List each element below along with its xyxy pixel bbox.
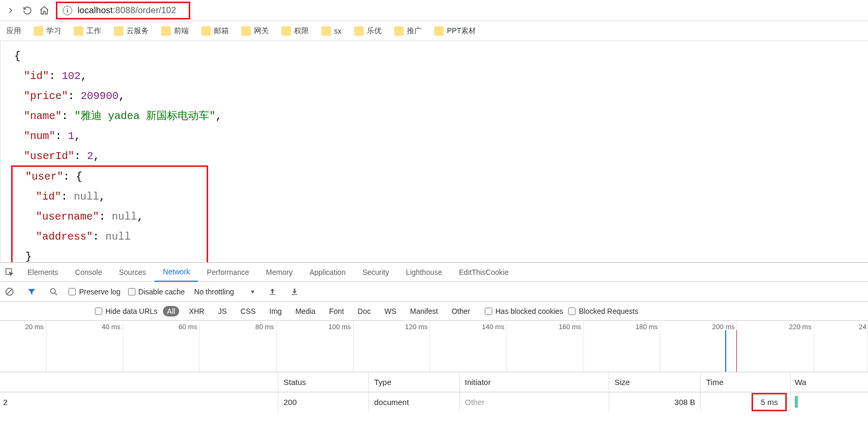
tab-memory[interactable]: Memory — [258, 263, 301, 282]
filter-css[interactable]: CSS — [236, 306, 260, 317]
folder-icon — [321, 26, 331, 36]
tab-network[interactable]: Network — [154, 263, 198, 282]
bookmark-item[interactable]: 工作 — [69, 24, 106, 38]
svg-line-4 — [55, 293, 57, 295]
download-icon[interactable] — [287, 284, 302, 299]
network-filters: Hide data URLs All XHR JS CSS Img Media … — [0, 302, 868, 321]
tab-performance[interactable]: Performance — [198, 263, 257, 282]
url-text: localhost:8088/order/102 — [77, 5, 176, 16]
folder-icon — [241, 26, 251, 36]
folder-icon — [34, 26, 43, 36]
folder-icon — [354, 26, 364, 36]
browser-toolbar: i localhost:8088/order/102 — [0, 0, 868, 21]
inspect-element-icon[interactable] — [0, 263, 19, 282]
tab-lighthouse[interactable]: Lighthouse — [397, 263, 451, 282]
svg-line-2 — [7, 289, 13, 294]
folder-icon — [201, 26, 211, 36]
table-header: Status Type Initiator Size Time Wa — [0, 372, 868, 392]
bookmark-item[interactable]: 学习 — [28, 24, 66, 38]
row-time: 5 ms — [701, 392, 791, 411]
bookmarks-bar: 应用 学习 工作 云服务 前端 邮箱 网关 权限 sx 乐优 推广 PPT素材 — [0, 21, 868, 41]
bookmark-apps[interactable]: 应用 — [1, 24, 26, 38]
folder-icon — [114, 26, 123, 36]
col-initiator-header[interactable]: Initiator — [460, 372, 609, 392]
tab-editthiscookie[interactable]: EditThisCookie — [451, 263, 517, 282]
col-type-header[interactable]: Type — [369, 372, 460, 392]
filter-media[interactable]: Media — [291, 306, 319, 317]
home-button[interactable] — [36, 2, 53, 19]
svg-rect-5 — [270, 294, 276, 294]
col-status-header[interactable]: Status — [278, 372, 369, 392]
stop-recording-icon[interactable] — [2, 284, 17, 299]
bookmark-item[interactable]: 权限 — [276, 24, 314, 38]
col-waterfall-header[interactable]: Wa — [791, 372, 806, 392]
folder-icon — [434, 26, 444, 36]
highlighted-user-object: user: { id: null, username: null, addres… — [11, 165, 208, 262]
bookmark-item[interactable]: PPT素材 — [429, 24, 481, 38]
filter-js[interactable]: JS — [214, 306, 231, 317]
has-blocked-cookies-checkbox[interactable]: Has blocked cookies — [485, 307, 563, 315]
filter-doc[interactable]: Doc — [354, 306, 375, 317]
tab-console[interactable]: Console — [66, 263, 110, 282]
folder-icon — [394, 26, 404, 36]
col-time-header[interactable]: Time — [701, 372, 791, 392]
filter-img[interactable]: Img — [265, 306, 286, 317]
tab-security[interactable]: Security — [354, 263, 398, 282]
preserve-log-checkbox[interactable]: Preserve log — [69, 288, 121, 296]
search-icon[interactable] — [46, 284, 61, 299]
folder-icon — [161, 26, 171, 36]
address-bar[interactable]: i localhost:8088/order/102 — [56, 2, 190, 19]
devtools-panel: Elements Console Sources Network Perform… — [0, 262, 868, 411]
folder-icon — [281, 26, 291, 36]
svg-rect-6 — [292, 294, 298, 294]
folder-icon — [74, 26, 83, 36]
bookmark-item[interactable]: 推广 — [389, 24, 427, 38]
bookmark-item[interactable]: 乐优 — [349, 24, 387, 38]
forward-button[interactable] — [2, 2, 19, 19]
network-timeline[interactable]: 20 ms 40 ms 60 ms 80 ms 100 ms 120 ms 14… — [0, 321, 868, 372]
row-type: document — [369, 392, 460, 411]
filter-font[interactable]: Font — [325, 306, 348, 317]
bookmark-item[interactable]: sx — [316, 24, 347, 38]
col-name-header[interactable] — [0, 372, 278, 392]
json-response-body: { id: 102, price: 209900, name: "雅迪 yade… — [0, 41, 868, 262]
bookmark-item[interactable]: 邮箱 — [196, 24, 234, 38]
devtools-tabs: Elements Console Sources Network Perform… — [0, 263, 868, 282]
bookmark-item[interactable]: 网关 — [236, 24, 274, 38]
filter-manifest[interactable]: Manifest — [406, 306, 442, 317]
tab-application[interactable]: Application — [301, 263, 354, 282]
bookmark-item[interactable]: 云服务 — [109, 24, 154, 38]
table-row[interactable]: 2 200 document Other 308 B 5 ms — [0, 392, 868, 411]
filter-icon[interactable] — [24, 284, 39, 299]
bookmark-item[interactable]: 前端 — [156, 24, 194, 38]
row-name: 2 — [0, 392, 278, 411]
disable-cache-checkbox[interactable]: Disable cache — [128, 288, 185, 296]
filter-ws[interactable]: WS — [381, 306, 401, 317]
reload-button[interactable] — [19, 2, 36, 19]
network-controls: Preserve log Disable cache No throttling… — [0, 282, 868, 302]
site-info-icon[interactable]: i — [63, 6, 72, 15]
filter-other[interactable]: Other — [447, 306, 474, 317]
network-request-table: Status Type Initiator Size Time Wa 2 200… — [0, 372, 868, 411]
filter-all[interactable]: All — [163, 306, 180, 317]
row-status: 200 — [278, 392, 369, 411]
tab-elements[interactable]: Elements — [19, 263, 66, 282]
svg-point-3 — [51, 289, 55, 293]
hide-data-urls-checkbox[interactable]: Hide data URLs — [95, 307, 158, 315]
row-size: 308 B — [609, 392, 701, 411]
filter-xhr[interactable]: XHR — [184, 306, 209, 317]
blocked-requests-checkbox[interactable]: Blocked Requests — [568, 307, 638, 315]
tab-sources[interactable]: Sources — [111, 263, 154, 282]
throttling-select[interactable]: No throttling▼ — [192, 286, 258, 297]
col-size-header[interactable]: Size — [609, 372, 701, 392]
upload-icon[interactable] — [265, 284, 280, 299]
row-waterfall — [791, 396, 798, 408]
row-initiator: Other — [460, 392, 609, 411]
